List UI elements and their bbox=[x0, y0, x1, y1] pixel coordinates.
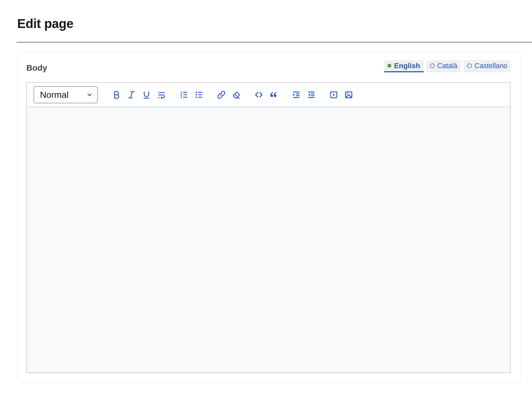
indent-button[interactable] bbox=[292, 90, 301, 99]
remove-format-button[interactable] bbox=[232, 90, 241, 99]
italic-icon bbox=[127, 90, 136, 99]
block-format-value: Normal bbox=[40, 90, 69, 100]
language-tab-english[interactable]: English bbox=[384, 60, 424, 72]
toolbar-group-media bbox=[329, 90, 353, 99]
language-tab-castellano[interactable]: Castellano bbox=[463, 60, 511, 72]
page-title: Edit page bbox=[17, 17, 74, 30]
bold-icon bbox=[112, 90, 121, 99]
selected-language-dot-icon bbox=[387, 64, 391, 68]
toolbar-button-groups: 1 2 3 bbox=[112, 90, 353, 99]
outdent-icon bbox=[306, 90, 316, 99]
language-tab-label: Castellano bbox=[475, 62, 507, 70]
language-tab-catala[interactable]: Català bbox=[426, 60, 461, 72]
line-break-button[interactable] bbox=[157, 90, 166, 99]
language-tab-label: Català bbox=[437, 62, 457, 70]
radio-icon bbox=[430, 63, 435, 68]
code-button[interactable] bbox=[254, 90, 264, 99]
field-label: Body bbox=[26, 64, 47, 72]
ordered-list-button[interactable]: 1 2 3 bbox=[179, 90, 189, 99]
body-field-panel: Body English Català Castellano Normal bbox=[17, 52, 521, 382]
line-break-icon bbox=[157, 90, 166, 99]
blockquote-button[interactable] bbox=[269, 90, 278, 99]
eraser-icon bbox=[232, 90, 241, 99]
link-button[interactable] bbox=[217, 90, 226, 99]
toolbar-group-lists: 1 2 3 bbox=[179, 90, 204, 99]
embed-video-icon bbox=[329, 90, 338, 99]
toolbar-group-link bbox=[217, 90, 241, 99]
radio-icon bbox=[467, 63, 472, 68]
toolbar-group-indent bbox=[292, 90, 316, 99]
italic-button[interactable] bbox=[127, 90, 136, 99]
toolbar-group-blocks bbox=[254, 90, 278, 99]
unordered-list-icon bbox=[194, 90, 204, 99]
underline-icon bbox=[142, 90, 151, 99]
editor-content[interactable] bbox=[27, 107, 510, 372]
language-switcher: English Català Castellano bbox=[384, 60, 511, 72]
bold-button[interactable] bbox=[112, 90, 121, 99]
rich-text-editor: Normal bbox=[26, 82, 511, 373]
chevron-down-icon bbox=[86, 91, 93, 98]
unordered-list-button[interactable] bbox=[194, 90, 204, 99]
block-format-select[interactable]: Normal bbox=[34, 86, 98, 103]
code-icon bbox=[254, 90, 264, 99]
underline-button[interactable] bbox=[142, 90, 151, 99]
embed-button[interactable] bbox=[329, 90, 338, 99]
indent-icon bbox=[292, 90, 301, 99]
toolbar-group-inline bbox=[112, 90, 166, 99]
link-icon bbox=[217, 90, 226, 99]
title-divider bbox=[17, 42, 532, 43]
editor-toolbar: Normal bbox=[27, 83, 510, 107]
image-icon bbox=[344, 90, 353, 99]
blockquote-icon bbox=[269, 90, 278, 99]
ordered-list-icon: 1 2 3 bbox=[179, 90, 189, 99]
image-button[interactable] bbox=[344, 90, 353, 99]
outdent-button[interactable] bbox=[306, 90, 316, 99]
svg-text:3: 3 bbox=[181, 96, 182, 99]
language-tab-label: English bbox=[394, 62, 420, 70]
edit-page-screen: { "page": { "title": "Edit page" }, "bod… bbox=[0, 0, 532, 394]
